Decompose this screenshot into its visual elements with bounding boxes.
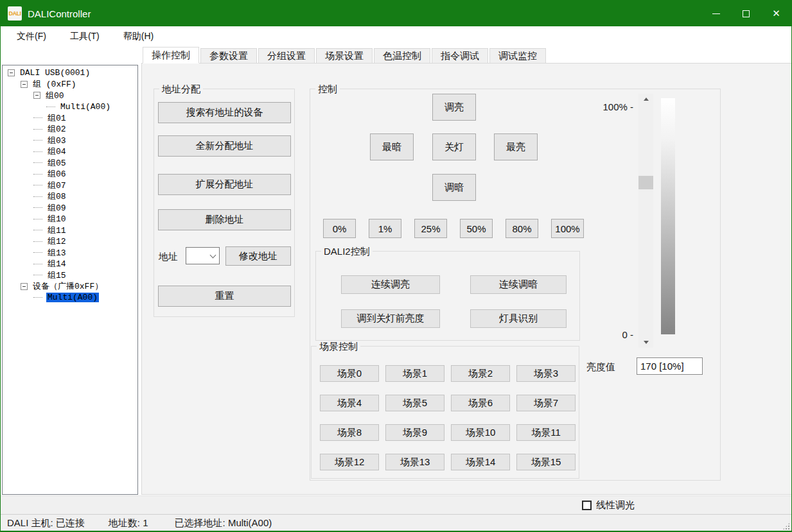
chevron-down-icon [210,252,216,258]
tree-item[interactable]: DALI USB(0001) [3,67,137,79]
tab[interactable]: 分组设置 [258,48,315,64]
linear-dimming-checkbox[interactable]: 线性调光 [582,499,635,511]
scene-button[interactable]: 场景5 [385,395,444,411]
scene-button[interactable]: 场景10 [451,424,510,441]
minimize-button[interactable] [701,1,731,26]
checkbox-icon[interactable] [582,501,592,510]
tree-item[interactable]: Multi(A00) [3,101,137,113]
percent-button[interactable]: 80% [506,219,538,238]
tree-item[interactable]: 组06 [3,169,137,180]
dali2-buttons: 连续调亮连续调暗调到关灯前亮度灯具识别 [341,275,567,328]
tree-item[interactable]: 组08 [3,191,137,203]
tree-item[interactable]: 设备（广播0xFF） [3,281,137,293]
light-off-button[interactable]: 关灯 [432,133,476,160]
scene-button[interactable]: 场景7 [516,395,576,411]
resize-grip[interactable] [783,523,789,529]
tree-item[interactable]: 组14 [3,259,137,270]
darken-button[interactable]: 调暗 [432,174,476,201]
address-label: 地址 [159,251,178,263]
percent-button[interactable]: 1% [369,219,401,238]
scroll-up-button[interactable] [638,94,653,105]
tree-item[interactable]: 组05 [3,157,137,169]
tree-connector [33,264,42,264]
tree-connector [33,297,42,298]
brightness-value-field[interactable]: 170 [10%] [637,357,703,375]
tree-connector [33,162,42,163]
window-title: DALIController [28,8,91,19]
scene-button[interactable]: 场景4 [320,395,379,411]
device-tree: DALI USB(0001) 组 (0xFF) 组00 Multi(A00) [2,65,138,495]
dali2-button[interactable]: 连续调暗 [470,275,567,294]
tree-item[interactable]: 组13 [3,247,137,259]
scene-button[interactable]: 场景2 [451,365,510,382]
tree-item[interactable]: 组15 [3,270,137,281]
dali2-button[interactable]: 灯具识别 [470,309,567,328]
percent-button[interactable]: 25% [414,219,447,238]
menu-item[interactable]: 工具(T) [67,30,102,44]
tab[interactable]: 场景设置 [316,48,373,64]
reset-button[interactable]: 重置 [158,286,291,307]
tree-item[interactable]: 组 (0xFF) [3,79,137,90]
modify-address-button[interactable]: 修改地址 [225,246,291,266]
delete-address-button[interactable]: 删除地址 [158,209,291,230]
brightness-value-label: 亮度值 [586,361,615,373]
percent-button[interactable]: 0% [323,219,356,238]
checkbox-label: 线性调光 [596,499,635,511]
scene-button[interactable]: 场景15 [516,454,576,470]
close-button[interactable]: ✕ [761,1,791,26]
tab[interactable]: 调试监控 [489,48,546,64]
tree-item[interactable]: 组01 [3,112,137,124]
scene-button[interactable]: 场景6 [451,395,510,411]
tree-expander-icon[interactable] [33,92,40,99]
tree-expander-icon[interactable] [21,283,28,290]
brightest-button[interactable]: 最亮 [494,133,538,160]
tree-item-label: 组00 [44,90,66,101]
tree-item[interactable]: 组11 [3,225,137,236]
scroll-down-button[interactable] [638,337,653,348]
tree-connector [33,230,42,230]
tab[interactable]: 色温控制 [374,48,430,64]
tree-item[interactable]: 组10 [3,214,137,225]
dimmest-button[interactable]: 最暗 [370,133,414,160]
scene-button[interactable]: 场景12 [320,454,379,470]
search-addressed-devices-button[interactable]: 搜索有地址的设备 [158,102,291,123]
scene-button[interactable]: 场景9 [385,424,444,441]
scene-button[interactable]: 场景3 [516,365,576,382]
assign-new-address-button[interactable]: 全新分配地址 [158,135,291,157]
maximize-button[interactable] [731,1,761,26]
brighten-button[interactable]: 调亮 [432,94,476,121]
scene-button[interactable]: 场景1 [385,365,444,382]
extend-assign-address-button[interactable]: 扩展分配地址 [158,174,291,195]
tree-item[interactable]: 组02 [3,124,137,135]
tree-expander-icon[interactable] [21,81,28,88]
slider-min-label: 0 - [588,329,633,340]
tab[interactable]: 指令调试 [432,48,488,64]
scrollbar-thumb[interactable] [638,176,653,189]
tree-item[interactable]: 组04 [3,146,137,158]
menu-item[interactable]: 帮助(H) [121,30,156,44]
scene-button[interactable]: 场景0 [320,365,379,382]
tree-item[interactable]: 组00 [3,90,137,101]
menu-item[interactable]: 文件(F) [14,30,49,44]
address-combobox[interactable] [186,247,220,264]
scene-buttons: 场景0场景1场景2场景3场景4场景5场景6场景7场景8场景9场景10场景11场景… [320,365,576,470]
tree-item[interactable]: Multi(A00) [3,292,137,304]
tree-connector [33,140,42,141]
dali2-button[interactable]: 调到关灯前亮度 [341,309,440,328]
percent-button[interactable]: 100% [551,219,584,238]
scene-button[interactable]: 场景13 [385,454,444,470]
tree-item[interactable]: 组07 [3,180,137,191]
group-title: 地址分配 [159,83,203,96]
tree-item[interactable]: 组03 [3,135,137,146]
scene-button[interactable]: 场景8 [320,424,379,441]
scene-button[interactable]: 场景11 [516,424,576,441]
tree-item[interactable]: 组09 [3,202,137,214]
percent-button[interactable]: 50% [460,219,493,238]
brightness-scrollbar[interactable] [638,94,653,348]
tree-expander-icon[interactable] [8,69,15,76]
tab[interactable]: 参数设置 [200,48,257,64]
tree-item[interactable]: 组12 [3,236,137,248]
tab[interactable]: 操作控制 [143,47,199,64]
scene-button[interactable]: 场景14 [451,454,510,470]
dali2-button[interactable]: 连续调亮 [341,275,440,294]
